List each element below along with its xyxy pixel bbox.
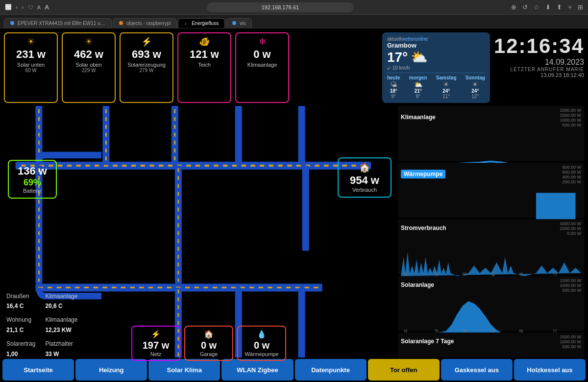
verbrauch-card[interactable]: 🏠 954 w Verbrauch bbox=[338, 157, 392, 198]
chart-stromverbrauch-title: Stromverbrauch bbox=[401, 225, 446, 231]
chart-stromverbrauch-ylabels: 4000.00 W 2000.00 W 0.00 W bbox=[560, 221, 581, 236]
y-label-1: 1500.00 W bbox=[560, 113, 581, 118]
svg-rect-6 bbox=[172, 106, 178, 165]
nav-solar-klima[interactable]: Solar Klima bbox=[148, 359, 220, 381]
chart-waermepumpe-title: Wärmepumpe bbox=[401, 170, 445, 178]
garage-icon: 🏠 bbox=[190, 330, 227, 339]
nav-heizung-label: Heizung bbox=[99, 366, 124, 374]
tab-vis[interactable]: vis bbox=[226, 18, 252, 28]
teich-value: 121 w bbox=[183, 48, 225, 61]
weather-day-3: Sonntag ☀ 24° 12° bbox=[466, 75, 485, 99]
forward-button[interactable]: › bbox=[22, 3, 24, 11]
chart-solaranlage-title: Solaranlage bbox=[401, 281, 434, 288]
nav-tor-offen[interactable]: Tor offen bbox=[368, 359, 440, 381]
status-labels: Draußen 16,4 C Wohnung 21,1 C Solarertra… bbox=[6, 291, 77, 361]
waermepumpe-value: 0 w bbox=[243, 340, 280, 351]
solar-oben-value: 462 w bbox=[68, 48, 110, 61]
nav-gaskessel[interactable]: Gaskessel aus bbox=[441, 359, 513, 381]
top-cards-row: ☀ 231 w Solar unten 60 W ☀ 462 w Solar o… bbox=[4, 32, 584, 103]
nav-wlan-zigbee-label: WLAN Zigbee bbox=[237, 366, 278, 374]
verbrauch-value: 954 w bbox=[345, 174, 384, 187]
weather-day-label-1: morgen bbox=[409, 75, 427, 80]
solar-unten-sublabel: 60 W bbox=[10, 68, 52, 73]
s7-y-label-2: 500.00 W bbox=[562, 344, 581, 349]
nav-startseite-label: Startseite bbox=[24, 366, 52, 374]
klima1-val: 20,6 C bbox=[45, 303, 62, 309]
weather-wind: ↙ 10 km/h bbox=[387, 65, 428, 71]
weather-days: heute 🌤 18° 9° morgen ⛅ 21° 9° Samstag ☀ bbox=[387, 73, 485, 99]
y-label-0: 2000.00 W bbox=[560, 108, 581, 113]
weather-cloud-icon: ⛅ bbox=[411, 49, 428, 65]
status-col-left: Draußen 16,4 C Wohnung 21,1 C Solarertra… bbox=[6, 291, 35, 361]
download-icon[interactable]: ⊕ bbox=[511, 3, 516, 11]
top-right-section: aktuell wetteronline Grambow 17° ⛅ ↙ 10 … bbox=[382, 32, 584, 103]
browser-chrome: ⬜ ‹ › 🛡 A A 192.168.178.61 ⊕ ↺ ☆ ⬇ ⬆ + ⊞ bbox=[0, 0, 588, 15]
nav-datenpunkte[interactable]: Datenpunkte bbox=[295, 359, 367, 381]
tab-energiefluss[interactable]: ♪ Energiefluss bbox=[178, 18, 225, 28]
sv-y-label-0: 4000.00 W bbox=[560, 221, 581, 226]
nav-holzkessel-label: Holzkessel aus bbox=[527, 366, 572, 374]
tab-epever[interactable]: EPEVER XTRA4415 mit Elfin EW11 u. Modbus… bbox=[4, 18, 112, 28]
nav-startseite[interactable]: Startseite bbox=[2, 359, 74, 381]
nav-gaskessel-label: Gaskessel aus bbox=[455, 366, 499, 374]
weather-day-low-1: 9° bbox=[409, 94, 427, 99]
clock-section: 12:16:34 14.09.2023 Letzter Anrufer Mari… bbox=[494, 32, 584, 80]
new-tab-icon[interactable]: + bbox=[568, 3, 572, 11]
y-label-2: 1000.00 W bbox=[560, 118, 581, 123]
svg-rect-9 bbox=[298, 106, 305, 165]
menu-icon[interactable]: ⊞ bbox=[578, 3, 583, 11]
solarerzeugung-icon: ⚡ bbox=[125, 36, 168, 47]
nav-wlan-zigbee[interactable]: WLAN Zigbee bbox=[221, 359, 293, 381]
weather-day-low-3: 12° bbox=[466, 94, 485, 99]
dashboard: ☀ 231 w Solar unten 60 W ☀ 462 w Solar o… bbox=[0, 28, 588, 382]
card-garage[interactable]: 🏠 0 w Garage bbox=[184, 326, 233, 361]
card-solar-unten[interactable]: ☀ 231 w Solar unten 60 W bbox=[4, 32, 58, 103]
s7-y-label-0: 1500.00 W bbox=[560, 334, 581, 339]
browser-toolbar-right: ⊕ ↺ ☆ ⬇ ⬆ + ⊞ bbox=[511, 3, 583, 11]
klimaanlage-top-value: 0 w bbox=[241, 48, 283, 61]
battery-value: 136 w bbox=[15, 165, 50, 178]
wohnung-val: 21,1 C bbox=[6, 327, 24, 333]
sa-y-label-0: 1500.00 W bbox=[560, 278, 581, 283]
klimaanlage-top-icon: ❄ bbox=[241, 36, 283, 47]
address-bar[interactable]: 192.168.178.61 bbox=[207, 2, 354, 12]
tab-objects[interactable]: objects - raspberrypi bbox=[113, 18, 177, 28]
card-teich[interactable]: 🐠 121 w Teich bbox=[177, 32, 231, 103]
solar-oben-sublabel: 229 W bbox=[68, 68, 110, 73]
font-size-a1[interactable]: A bbox=[37, 4, 41, 10]
draussen-key: Draußen bbox=[6, 293, 29, 300]
refresh-icon[interactable]: ↺ bbox=[522, 3, 528, 11]
card-solarerzeugung[interactable]: ⚡ 693 w Solarerzeugung 279 W bbox=[120, 32, 173, 103]
card-klimaanlage-top[interactable]: ❄ 0 w Klimaanlage bbox=[235, 32, 289, 103]
draussen-row: Draußen 16,4 C bbox=[6, 291, 35, 311]
clock-time: 12:16:34 bbox=[494, 34, 584, 58]
back-button[interactable]: ‹ bbox=[16, 3, 18, 11]
s7-y-label-1: 1000.00 W bbox=[560, 339, 581, 344]
weather-widget[interactable]: aktuell wetteronline Grambow 17° ⛅ ↙ 10 … bbox=[382, 32, 490, 103]
solar-unten-label: Solar unten bbox=[10, 62, 52, 68]
klima2-key: Klimaanlage bbox=[45, 316, 77, 323]
tab-favicon-epever bbox=[10, 21, 14, 25]
tab-label-energiefluss: Energiefluss bbox=[192, 21, 219, 26]
bookmark-icon[interactable]: ☆ bbox=[534, 3, 539, 11]
sv-y-label-1: 2000.00 W bbox=[560, 226, 581, 231]
klima1-key: Klimaanlage bbox=[45, 293, 77, 300]
draussen-val: 16,4 C bbox=[6, 303, 24, 309]
weather-day-icon-3: ☀ bbox=[466, 80, 485, 88]
svg-rect-8 bbox=[235, 106, 242, 165]
font-size-a2[interactable]: A bbox=[45, 3, 49, 11]
solarerzeugung-label: Solarerzeugung bbox=[125, 62, 168, 68]
card-solar-oben[interactable]: ☀ 462 w Solar oben 229 W bbox=[62, 32, 116, 103]
platzhalter-row: Platzhalter 33 W bbox=[45, 339, 77, 359]
nav-heizung[interactable]: Heizung bbox=[75, 359, 147, 381]
platzhalter-key: Platzhalter bbox=[45, 340, 73, 347]
flow-diagram: 136 w 69% Batterie 🏠 954 w Verbrauch Dra… bbox=[4, 106, 394, 382]
download2-icon[interactable]: ⬇ bbox=[545, 3, 551, 11]
share-icon[interactable]: ⬆ bbox=[557, 3, 562, 11]
klima2-row: Klimaanlage 12,23 KW bbox=[45, 315, 77, 335]
nav-holzkessel[interactable]: Holzkessel aus bbox=[514, 359, 586, 381]
battery-card[interactable]: 136 w 69% Batterie bbox=[8, 160, 57, 199]
card-waermepumpe[interactable]: 💧 0 w Wärmepumpe bbox=[237, 326, 286, 361]
card-netz[interactable]: ⚡ 197 w Netz bbox=[131, 326, 180, 361]
solarerzeugung-sublabel: 279 W bbox=[125, 68, 168, 73]
